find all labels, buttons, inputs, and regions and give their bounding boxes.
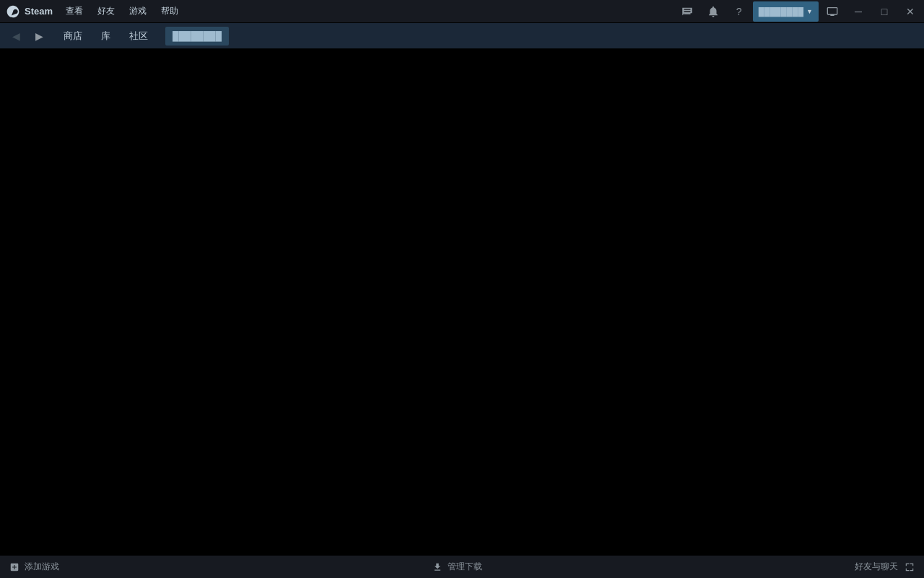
title-bar: Steam 查看 好友 游戏 帮助 ? ████████ ▼ (0, 0, 924, 23)
app-title: Steam (25, 6, 53, 17)
menu-games[interactable]: 游戏 (122, 0, 154, 22)
nav-tabs: 商店 库 社区 (55, 23, 157, 48)
manage-downloads-icon (432, 561, 443, 573)
notification-button[interactable] (701, 1, 725, 22)
manage-downloads-section[interactable]: 管理下载 (432, 561, 482, 573)
title-bar-left: Steam 查看 好友 游戏 帮助 (0, 0, 186, 22)
display-icon (827, 6, 838, 17)
add-game-icon (9, 561, 20, 573)
bell-icon (707, 5, 720, 18)
main-content (0, 49, 924, 555)
username-label: ████████ (759, 7, 803, 16)
maximize-icon: □ (881, 6, 887, 17)
tab-store[interactable]: 商店 (55, 26, 91, 46)
close-button[interactable]: ✕ (898, 1, 923, 22)
manage-downloads-label: 管理下载 (448, 561, 482, 573)
nav-bar: ◀ ▶ 商店 库 社区 ████████ (0, 23, 924, 49)
friends-chat-section[interactable]: 好友与聊天 (855, 561, 915, 573)
close-icon: ✕ (906, 6, 915, 17)
status-bar: 添加游戏 管理下载 好友与聊天 (0, 555, 924, 578)
back-button[interactable]: ◀ (6, 26, 26, 46)
steam-icon (6, 4, 20, 19)
title-bar-right: ? ████████ ▼ ─ □ ✕ (675, 0, 924, 22)
maximize-button[interactable]: □ (872, 1, 897, 22)
menu-friends[interactable]: 好友 (90, 0, 122, 22)
tab-library[interactable]: 库 (92, 26, 119, 46)
dropdown-arrow-icon: ▼ (806, 8, 813, 15)
forward-button[interactable]: ▶ (29, 26, 49, 46)
menu-help[interactable]: 帮助 (154, 0, 186, 22)
user-account-button[interactable]: ████████ ▼ (753, 1, 819, 22)
minimize-icon: ─ (855, 6, 862, 17)
announcement-icon (681, 5, 694, 18)
menu-view[interactable]: 查看 (58, 0, 90, 22)
minimize-button[interactable]: ─ (846, 1, 871, 22)
nav-username-label: ████████ (173, 31, 222, 41)
nav-user-area: ████████ (165, 27, 229, 46)
back-arrow-icon: ◀ (12, 30, 20, 42)
friends-expand-icon (904, 561, 915, 573)
tab-community[interactable]: 社区 (121, 26, 157, 46)
nav-username[interactable]: ████████ (165, 27, 229, 46)
announcement-button[interactable] (675, 1, 699, 22)
help-button[interactable]: ? (727, 1, 751, 22)
forward-arrow-icon: ▶ (35, 30, 43, 42)
friends-chat-label: 好友与聊天 (855, 561, 898, 573)
display-mode-button[interactable] (820, 1, 845, 22)
add-game-label: 添加游戏 (25, 561, 59, 573)
steam-logo[interactable]: Steam (0, 0, 58, 22)
add-game-section[interactable]: 添加游戏 (9, 561, 59, 573)
